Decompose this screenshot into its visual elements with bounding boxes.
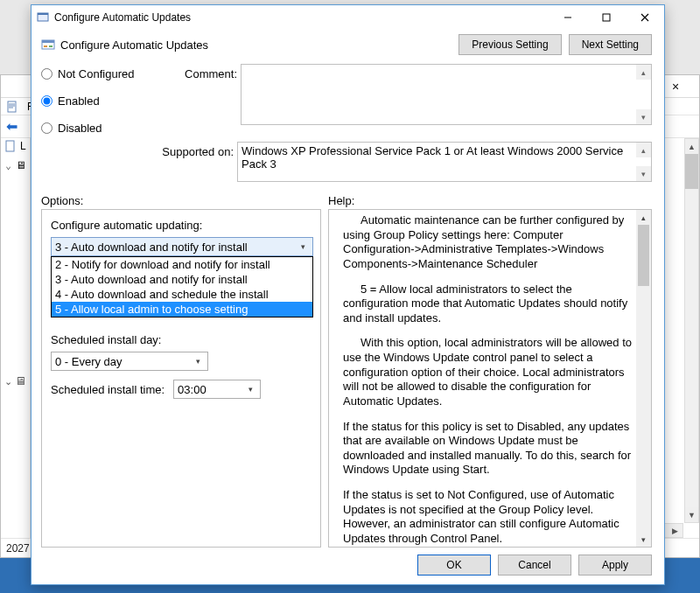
supported-on-text: Windows XP Professional Service Pack 1 o… (238, 143, 636, 172)
svg-rect-1 (6, 141, 14, 151)
scroll-down-icon[interactable]: ▾ (636, 532, 651, 547)
schedule-day-value: 0 - Every day (55, 355, 191, 368)
help-paragraph: 5 = Allow local administrators to select… (343, 283, 634, 326)
bg-tree-label: L (20, 140, 26, 152)
combo-value: 3 - Auto download and notify for install (55, 241, 296, 254)
maximize-button[interactable] (587, 5, 626, 30)
scroll-up-icon[interactable]: ▲ (685, 139, 698, 154)
options-section-label: Options: (41, 194, 328, 207)
help-paragraph: If the status is set to Not Configured, … (343, 488, 634, 547)
document-icon (4, 140, 17, 152)
back-arrow-icon[interactable]: ⬅ (6, 120, 18, 134)
scroll-down-icon[interactable]: ▼ (685, 507, 698, 522)
maximize-icon (602, 13, 611, 22)
scroll-down-icon[interactable]: ▾ (636, 109, 651, 124)
scroll-up-icon[interactable]: ▴ (636, 65, 651, 80)
help-text: Automatic maintenance can be further con… (329, 210, 651, 547)
schedule-time-select[interactable]: 03:00 ▾ (173, 380, 261, 399)
svg-rect-7 (44, 45, 47, 47)
bg-tree-expander[interactable]: ⌄ 🖥 (4, 374, 26, 387)
close-icon (640, 13, 649, 22)
help-panel: Automatic maintenance can be further con… (328, 209, 652, 548)
comment-textarea[interactable] (242, 65, 636, 124)
svg-rect-6 (42, 40, 54, 43)
configure-updating-dropdown[interactable]: 2 - Notify for download and notify for i… (51, 256, 313, 317)
bg-scrollbar-vertical[interactable]: ▲ ▼ (684, 138, 699, 523)
minimize-icon (564, 13, 572, 22)
help-paragraph: If the status for this policy is set to … (343, 420, 634, 478)
bg-tree-item-2[interactable]: ⌄ 🖥 (1, 157, 30, 173)
combo-option-2[interactable]: 2 - Notify for download and notify for i… (52, 257, 312, 272)
scroll-down-icon[interactable]: ▾ (636, 166, 651, 181)
schedule-time-label: Scheduled install time: (51, 383, 164, 396)
cancel-button[interactable]: Cancel (498, 555, 571, 576)
previous-setting-button[interactable]: Previous Setting (458, 34, 561, 55)
close-button[interactable] (626, 5, 664, 30)
chevron-down-icon: ⌄ (4, 160, 12, 171)
supported-scrollbar[interactable]: ▴ ▾ (636, 143, 651, 181)
chevron-down-icon: ▾ (243, 381, 258, 397)
radio-label: Disabled (58, 122, 102, 135)
help-paragraph: With this option, local administrators w… (343, 336, 634, 408)
chevron-down-icon: ▾ (296, 239, 311, 255)
schedule-day-select[interactable]: 0 - Every day ▾ (51, 352, 208, 371)
configure-updating-selected[interactable]: 3 - Auto download and notify for install… (51, 237, 313, 256)
svg-rect-8 (49, 45, 52, 47)
schedule-time-value: 03:00 (178, 383, 243, 396)
help-paragraph: Automatic maintenance can be further con… (343, 213, 634, 272)
apply-button[interactable]: Apply (578, 555, 652, 576)
radio-not-configured[interactable]: Not Configured (41, 67, 150, 80)
supported-on-label: Supported on: (41, 142, 234, 182)
configure-updating-combo[interactable]: 3 - Auto download and notify for install… (51, 237, 313, 256)
radio-enabled-input[interactable] (41, 95, 52, 107)
scroll-up-icon[interactable]: ▴ (636, 143, 651, 157)
radio-enabled[interactable]: Enabled (41, 94, 150, 108)
minimize-button[interactable] (549, 5, 587, 30)
policy-icon (41, 38, 55, 52)
configure-updating-label: Configure automatic updating: (51, 219, 312, 232)
schedule-day-label: Scheduled install day: (51, 333, 312, 346)
next-setting-button[interactable]: Next Setting (569, 34, 652, 55)
help-scrollbar[interactable]: ▴ ▾ (636, 210, 651, 547)
radio-disabled-input[interactable] (41, 122, 52, 134)
combo-option-4[interactable]: 4 - Auto download and schedule the insta… (52, 287, 312, 302)
svg-rect-4 (603, 14, 610, 21)
scroll-thumb[interactable] (685, 154, 698, 189)
options-panel: Configure automatic updating: 3 - Auto d… (41, 209, 321, 548)
scroll-up-icon[interactable]: ▴ (636, 210, 651, 225)
comment-label: Comment: (153, 64, 237, 135)
document-icon (6, 101, 18, 113)
help-section-label: Help: (328, 194, 354, 207)
combo-option-5[interactable]: 5 - Allow local admin to choose setting (52, 302, 312, 317)
scroll-right-icon[interactable]: ▶ (668, 524, 682, 537)
radio-not-configured-input[interactable] (41, 68, 52, 80)
svg-rect-0 (8, 101, 16, 112)
ok-button[interactable]: OK (417, 555, 491, 576)
radio-label: Enabled (58, 94, 100, 108)
scroll-thumb[interactable] (638, 225, 649, 286)
bg-tree-chevron: 🖥 (16, 159, 26, 171)
titlebar[interactable]: Configure Automatic Updates (32, 5, 664, 30)
app-icon (37, 11, 49, 24)
header-label: Configure Automatic Updates (60, 38, 208, 52)
chevron-down-icon: ▾ (191, 353, 206, 369)
combo-option-3[interactable]: 3 - Auto download and notify for install (52, 272, 312, 287)
radio-label: Not Configured (58, 67, 134, 80)
svg-rect-3 (38, 13, 48, 15)
bg-tree-item-1[interactable]: L (1, 138, 30, 154)
window-title: Configure Automatic Updates (54, 11, 549, 24)
comment-field[interactable]: ▴ ▾ (241, 64, 652, 125)
close-icon: × (672, 80, 679, 94)
configure-updates-dialog: Configure Automatic Updates Configure Au… (31, 4, 665, 585)
supported-on-field: Windows XP Professional Service Pack 1 o… (237, 142, 652, 182)
comment-scrollbar[interactable]: ▴ ▾ (636, 65, 651, 124)
radio-disabled[interactable]: Disabled (41, 122, 150, 135)
